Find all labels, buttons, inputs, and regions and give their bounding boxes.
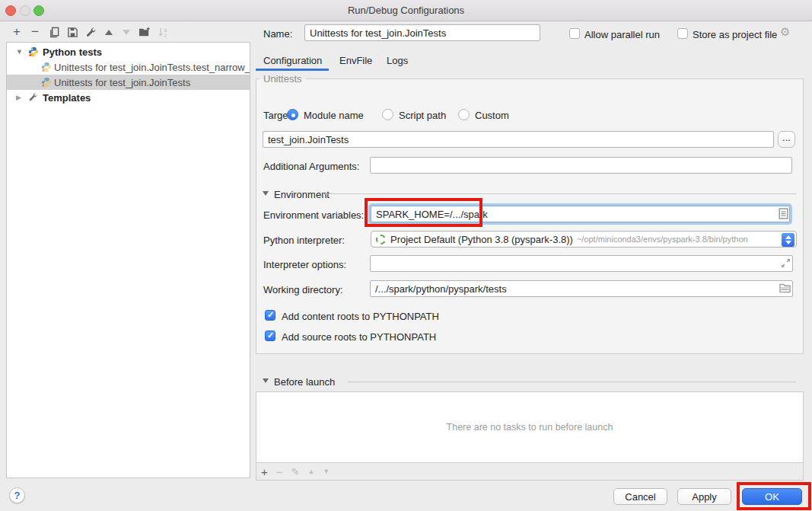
- python-test-icon: [41, 62, 52, 72]
- tree-item-label: Unittests for test_join.JoinTests: [54, 77, 190, 88]
- folder-icon[interactable]: [779, 283, 791, 293]
- python-interpreter-select[interactable]: Project Default (Python 3.8 (pyspark-3.8…: [371, 231, 797, 248]
- interpreter-options-input[interactable]: [370, 255, 793, 272]
- before-launch-collapse-icon[interactable]: [263, 378, 269, 383]
- browse-variables-icon[interactable]: [779, 208, 788, 219]
- radio-module-name-label: Module name: [304, 110, 364, 121]
- additional-arguments-label: Additional Arguments:: [263, 161, 359, 172]
- add-content-roots-checkbox[interactable]: [265, 310, 275, 321]
- environment-variables-label: Environment variables:: [263, 209, 364, 221]
- radio-custom[interactable]: [458, 109, 470, 120]
- svg-text:a: a: [164, 27, 167, 32]
- run-debug-configurations-dialog: Run/Debug Configurations + − az ▼ Python…: [0, 0, 812, 511]
- before-launch-panel: There are no tasks to run before launch …: [256, 391, 804, 481]
- store-as-project-file-label: Store as project file: [693, 29, 777, 40]
- copy-configuration-icon[interactable]: [47, 25, 61, 39]
- allow-parallel-run-label: Allow parallel run: [584, 29, 660, 40]
- tree-item-label: Python tests: [43, 46, 102, 58]
- save-configuration-icon[interactable]: [65, 25, 79, 39]
- tab-configuration[interactable]: Configuration: [263, 55, 322, 66]
- additional-arguments-input[interactable]: [370, 157, 792, 174]
- cancel-button[interactable]: Cancel: [613, 488, 667, 505]
- add-content-roots-label: Add content roots to PYTHONPATH: [282, 311, 439, 322]
- chevron-down-icon[interactable]: ▼: [16, 48, 23, 56]
- radio-script-path-label: Script path: [399, 110, 446, 121]
- tree-item-templates[interactable]: ▶ Templates: [7, 90, 250, 105]
- name-input[interactable]: [304, 24, 540, 41]
- active-tab-underline: [256, 69, 329, 71]
- python-tests-icon: [28, 46, 39, 57]
- add-task-icon[interactable]: +: [261, 465, 268, 478]
- tree-item-label: Unittests for test_join.JoinTests.test_n…: [54, 62, 250, 73]
- before-launch-section-line: [348, 382, 796, 382]
- apply-button[interactable]: Apply: [677, 488, 731, 505]
- working-directory-label: Working directory:: [263, 284, 343, 295]
- templates-wrench-icon: [28, 92, 39, 103]
- allow-parallel-run-checkbox[interactable]: [569, 28, 580, 39]
- before-launch-toolbar: + − ✎ ▲ ▼: [256, 463, 803, 480]
- python-interpreter-path: ~/opt/miniconda3/envs/pyspark-3.8/bin/py…: [577, 235, 748, 244]
- environment-collapse-icon[interactable]: [263, 191, 269, 196]
- unittests-group-title: Unittests: [260, 73, 306, 85]
- title-bar: Run/Debug Configurations: [0, 0, 812, 21]
- gear-icon[interactable]: ⚙: [780, 25, 790, 39]
- tree-item-unittests-jointests-selected[interactable]: Unittests for test_join.JoinTests: [7, 75, 250, 90]
- interpreter-options-label: Interpreter options:: [263, 259, 346, 270]
- move-down-icon[interactable]: [119, 25, 133, 39]
- radio-custom-label: Custom: [475, 110, 509, 121]
- python-test-icon: [41, 77, 52, 88]
- python-interpreter-value: Project Default (Python 3.8 (pyspark-3.8…: [390, 234, 573, 245]
- move-up-icon[interactable]: [102, 25, 116, 39]
- sort-alphabetically-icon[interactable]: az: [156, 25, 170, 39]
- tree-item-python-tests[interactable]: ▼ Python tests: [7, 44, 250, 59]
- add-source-roots-checkbox[interactable]: [265, 331, 275, 341]
- edit-templates-icon[interactable]: [84, 25, 97, 39]
- tree-item-label: Templates: [43, 92, 91, 104]
- move-task-down-icon[interactable]: ▼: [323, 468, 330, 475]
- help-button[interactable]: ?: [9, 487, 25, 503]
- radio-module-name[interactable]: [287, 109, 298, 120]
- store-as-project-file-checkbox[interactable]: [677, 28, 688, 39]
- python-interpreter-label: Python interpreter:: [263, 235, 345, 246]
- add-source-roots-label: Add source roots to PYTHONPATH: [282, 331, 436, 343]
- configurations-tree: ▼ Python tests Unittests for test_join.J…: [6, 42, 250, 478]
- ok-button[interactable]: OK: [742, 488, 802, 505]
- browse-module-button[interactable]: ...: [778, 131, 795, 148]
- module-name-input[interactable]: [263, 131, 774, 148]
- environment-section-line: [323, 193, 796, 194]
- new-folder-icon[interactable]: [138, 25, 151, 39]
- add-configuration-icon[interactable]: +: [10, 25, 24, 39]
- edit-task-icon[interactable]: ✎: [291, 466, 300, 477]
- remove-configuration-icon[interactable]: −: [28, 25, 42, 39]
- before-launch-section-label: Before launch: [274, 376, 335, 388]
- chevron-right-icon[interactable]: ▶: [16, 94, 21, 101]
- environment-variables-input[interactable]: [371, 206, 790, 222]
- name-label: Name:: [263, 28, 292, 40]
- environment-section-label: Environment: [274, 189, 330, 200]
- before-launch-empty-text: There are no tasks to run before launch: [256, 422, 803, 433]
- dropdown-stepper-icon[interactable]: [782, 233, 794, 247]
- window-title: Run/Debug Configurations: [0, 5, 812, 16]
- expand-field-icon[interactable]: [781, 258, 791, 268]
- tab-envfile[interactable]: EnvFile: [339, 55, 372, 66]
- tree-item-unittests-test-narrow[interactable]: Unittests for test_join.JoinTests.test_n…: [7, 59, 250, 75]
- tab-logs[interactable]: Logs: [387, 55, 408, 66]
- conda-environment-icon: [376, 235, 386, 244]
- working-directory-input[interactable]: [370, 280, 793, 297]
- move-task-up-icon[interactable]: ▲: [307, 468, 314, 475]
- radio-script-path[interactable]: [382, 109, 393, 120]
- svg-text:z: z: [164, 32, 166, 37]
- before-launch-task-list[interactable]: There are no tasks to run before launch: [256, 392, 803, 463]
- remove-task-icon[interactable]: −: [276, 465, 283, 478]
